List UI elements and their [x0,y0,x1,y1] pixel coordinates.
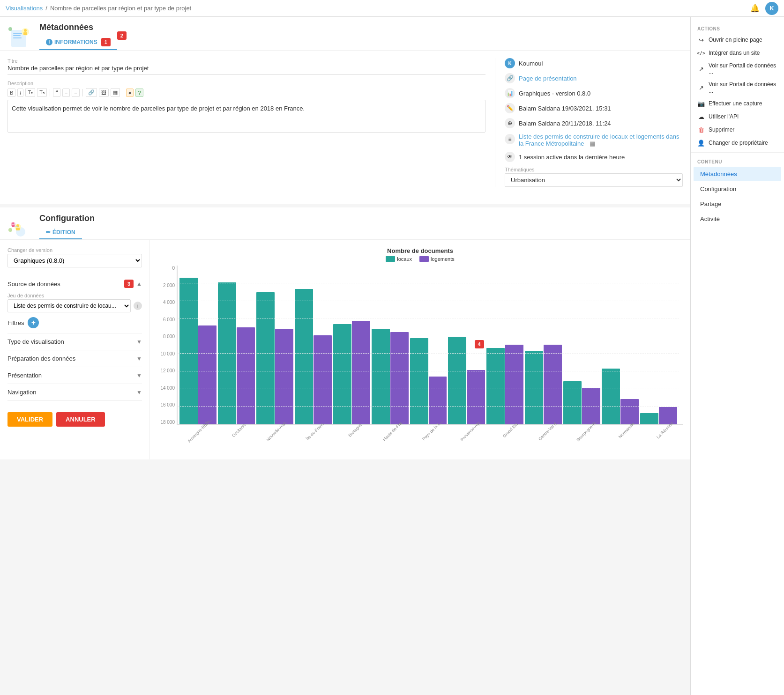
title-field-label: Titre [7,58,485,64]
action-portal-1-label: Voir sur Portail de données ... [709,62,777,75]
type-viz-section: Type de visualisation ▼ [7,333,142,350]
data-prep-label: Préparation des données [7,355,75,362]
dataset-select[interactable]: Liste des permis de construire de locau.… [7,299,131,312]
svg-rect-2 [13,35,21,36]
action-api[interactable]: ☁ Utiliser l'API [691,110,784,123]
type-viz-header[interactable]: Type de visualisation ▼ [7,338,142,345]
toolbar-bold[interactable]: B [7,89,15,97]
action-open-full-page[interactable]: ↪ Ouvrir en pleine page [691,33,784,46]
link-icon: 🔗 [505,73,515,83]
presentation-header[interactable]: Présentation ▼ [7,372,142,379]
version-change-select[interactable]: Graphiques (0.8.0) [7,254,142,267]
bar-purple-4 [352,321,370,424]
svg-rect-11 [16,228,20,230]
bar-group-3 [295,289,332,424]
tab-edition[interactable]: ✏ ÉDITION [39,226,82,239]
y-label-8000: 8 000 [157,334,175,339]
action-change-owner-label: Changer de propriétaire [709,140,768,146]
type-viz-label: Type de visualisation [7,338,64,345]
bar-purple-5 [390,332,409,424]
chart-legend: locaux logements [157,256,683,262]
bar-green-1 [218,282,236,424]
toolbar-emoji[interactable]: ● [126,89,134,97]
tab-edition-label: ÉDITION [52,229,75,236]
toolbar-italic[interactable]: I [17,89,23,97]
config-title: Configuration [39,214,683,223]
filtres-row: Filtres + [7,312,142,328]
breadcrumb-separator: / [45,5,47,12]
api-icon: ☁ [697,113,705,120]
action-embed-site[interactable]: </> Intégrer dans un site [691,46,784,59]
user-avatar[interactable]: K [765,2,778,15]
author-avatar-icon: K [505,58,515,68]
chart-container: 4 18 000 16 000 14 000 12 000 10 000 8 0… [157,266,683,452]
dataset-link[interactable]: Liste des permis de construire de locaux… [519,133,679,147]
thematiques-select[interactable]: Urbanisation [505,173,683,187]
toolbar-quote[interactable]: ❝ [53,88,60,97]
nav-item-metadata[interactable]: Métadonnées [694,167,781,181]
badge-1: 1 [101,38,111,46]
bar-green-2 [256,292,275,424]
breadcrumb-visualisations-link[interactable]: Visualisations [6,5,43,12]
meta-dataset-row: ≡ Liste des permis de construire de loca… [505,133,683,147]
bar-group-9 [525,345,562,424]
nav-item-activite[interactable]: Activité [694,212,781,226]
toolbar-sup[interactable]: T₃ [37,88,47,97]
bar-group-1 [218,282,255,424]
content-area: Métadonnées i INFORMATIONS 1 2 [0,17,690,695]
configuration-section: Configuration ✏ ÉDITION Changer de versi… [0,207,690,459]
navigation-header[interactable]: Navigation ▼ [7,389,142,396]
nav-item-configuration[interactable]: Configuration [694,182,781,196]
y-label-18000: 18 000 [157,420,175,425]
toolbar-link[interactable]: 🔗 [86,88,97,97]
toolbar-image[interactable]: 🖼 [99,89,109,97]
dataset-info-icon[interactable]: i [134,302,142,310]
add-filter-button[interactable]: + [28,317,39,328]
y-label-0: 0 [157,266,175,271]
action-portal-2[interactable]: ↗ Voir sur Portail de données ... [691,78,784,97]
chart-bars-area [177,266,683,425]
data-prep-header[interactable]: Préparation des données ▼ [7,355,142,362]
presentation-page-link[interactable]: Page de présentation [519,75,577,82]
chart-panel: Nombre de documents locaux logements [150,240,690,459]
meta-author-row: K Koumoul [505,58,683,68]
y-label-2000: 2 000 [157,283,175,288]
tab-informations[interactable]: i INFORMATIONS 1 [39,35,117,50]
y-label-12000: 12 000 [157,368,175,373]
portal-1-icon: ↗ [697,65,705,73]
svg-point-13 [12,222,14,224]
description-text-area[interactable]: Cette visualisation permet de voir le no… [7,100,485,133]
badge-4: 4 [475,340,484,348]
action-portal-1[interactable]: ↗ Voir sur Portail de données ... [691,59,784,78]
toolbar-table[interactable]: ▦ [111,88,120,97]
bar-green-10 [563,381,582,424]
action-change-owner[interactable]: 👤 Changer de propriétaire [691,136,784,149]
y-label-10000: 10 000 [157,351,175,356]
add-icon: ⊕ [505,118,515,128]
nav-item-partage[interactable]: Partage [694,197,781,211]
collapse-down-icon-2: ▼ [136,355,142,362]
bar-group-11 [602,369,639,424]
bar-group-8 [486,345,523,424]
datasource-header[interactable]: Source de données 3 ▲ [7,280,142,288]
action-capture[interactable]: 📷 Effectuer une capture [691,97,784,110]
collapse-down-icon-3: ▼ [136,372,142,379]
bar-purple-1 [237,327,255,424]
action-delete-label: Supprimer [709,126,734,133]
toolbar-sub[interactable]: T₂ [25,88,35,97]
annuler-button[interactable]: ANNULER [56,412,105,427]
presentation-section: Présentation ▼ [7,367,142,384]
breadcrumb-current-page: Nombre de parcelles par région et par ty… [50,5,191,12]
bar-purple-2 [275,329,293,424]
toolbar-ol[interactable]: ≡ [72,89,79,97]
valider-button[interactable]: VALIDER [7,412,52,427]
datasource-content: Jeu de données Liste des permis de const… [7,288,142,328]
toolbar-ul[interactable]: ≡ [62,89,70,97]
legend-item-logements: logements [419,256,455,262]
notification-bell-icon[interactable]: 🔔 [750,4,760,13]
action-delete[interactable]: 🗑 Supprimer [691,123,784,136]
description-text: Cette visualisation permet de voir le no… [12,105,305,112]
svg-rect-6 [23,32,27,35]
toolbar-help[interactable]: ? [135,89,143,97]
svg-point-10 [16,224,19,227]
